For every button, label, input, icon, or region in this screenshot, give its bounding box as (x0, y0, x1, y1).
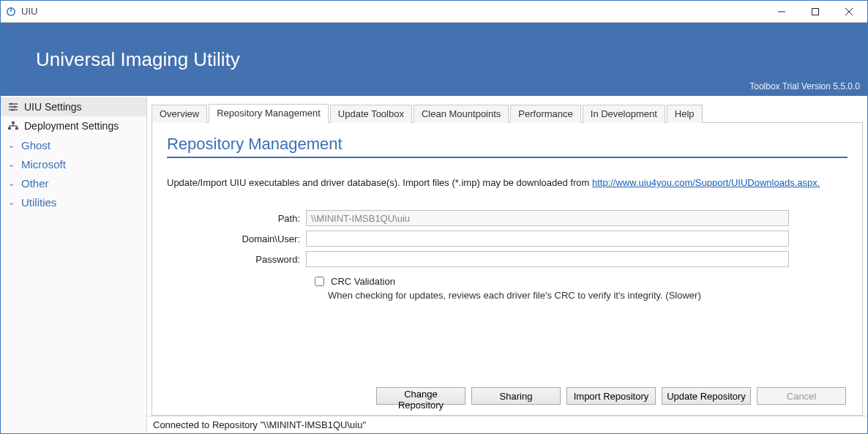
tab-strip: Overview Repository Management Update To… (147, 102, 867, 122)
svg-point-11 (11, 108, 13, 111)
deployment-icon (8, 121, 18, 130)
sidebar-group-microsoft[interactable]: ⌄ Microsoft (1, 154, 146, 173)
crc-checkbox-label[interactable]: CRC Validation (312, 274, 395, 288)
sidebar-item-label: Deployment Settings (24, 120, 119, 132)
password-field[interactable] (306, 251, 789, 267)
user-label: Domain\User: (167, 233, 306, 244)
path-label: Path: (167, 213, 306, 224)
sidebar-item-label: UIU Settings (24, 101, 82, 113)
window-title: UIU (21, 6, 37, 17)
sidebar-group-label: Other (21, 177, 49, 190)
button-row: Change Repository Sharing Import Reposit… (167, 375, 848, 405)
password-label: Password: (167, 254, 306, 265)
body: UIU Settings Deployment Settings ⌄ Ghost… (1, 96, 867, 433)
row-crc: CRC Validation (312, 274, 848, 288)
sharing-button[interactable]: Sharing (471, 387, 561, 405)
svg-rect-18 (15, 127, 18, 130)
row-path: Path: (167, 210, 848, 226)
tab-label: Clean Mountpoints (422, 108, 501, 119)
chevron-down-icon: ⌄ (8, 141, 15, 150)
update-repository-button[interactable]: Update Repository (662, 387, 751, 405)
svg-rect-3 (812, 8, 819, 15)
tab-update-toolbox[interactable]: Update Toolbox (330, 105, 412, 123)
tab-label: Repository Management (217, 108, 321, 119)
chevron-down-icon: ⌄ (8, 198, 15, 207)
path-field[interactable] (306, 210, 789, 226)
tab-overview[interactable]: Overview (151, 105, 207, 123)
tab-label: Performance (518, 108, 572, 119)
sidebar-item-uiu-settings[interactable]: UIU Settings (1, 97, 146, 116)
cancel-button: Cancel (757, 387, 846, 405)
tab-label: Help (675, 108, 695, 119)
row-password: Password: (167, 251, 848, 267)
chevron-down-icon: ⌄ (8, 160, 15, 169)
settings-icon (8, 102, 18, 111)
import-repository-button[interactable]: Import Repository (566, 387, 656, 405)
app-window: UIU Universal Imaging Utility Toolbox Tr… (0, 0, 868, 434)
row-user: Domain\User: (167, 231, 848, 247)
app-icon (5, 6, 17, 18)
svg-point-7 (10, 102, 12, 105)
svg-rect-17 (8, 127, 11, 130)
content: Overview Repository Management Update To… (147, 96, 867, 433)
tab-label: Overview (160, 108, 199, 119)
header-banner: Universal Imaging Utility Toolbox Trial … (1, 23, 867, 96)
minimize-button[interactable] (765, 1, 798, 22)
tab-label: In Development (591, 108, 657, 119)
intro-pre: Update/Import UIU executables and driver… (167, 177, 592, 188)
sidebar-group-label: Ghost (21, 139, 50, 151)
sidebar-group-ghost[interactable]: ⌄ Ghost (1, 135, 146, 154)
change-repository-button[interactable]: Change Repository (376, 387, 465, 405)
intro-text: Update/Import UIU executables and driver… (167, 177, 848, 188)
crc-description: When checking for updates, reviews each … (328, 290, 848, 301)
tab-clean-mountpoints[interactable]: Clean Mountpoints (414, 105, 509, 123)
tab-label: Update Toolbox (338, 108, 404, 119)
user-field[interactable] (306, 231, 789, 247)
tab-repository-management[interactable]: Repository Management (209, 104, 329, 123)
status-text: Connected to Repository "\\MININT-IMSB1Q… (153, 419, 366, 430)
page-title: Repository Management (167, 135, 848, 158)
svg-point-9 (13, 105, 15, 108)
sidebar-group-label: Utilities (21, 196, 56, 209)
version-label: Toolbox Trial Version 5.5.0.0 (749, 81, 860, 91)
sidebar-group-utilities[interactable]: ⌄ Utilities (1, 192, 146, 212)
sidebar: UIU Settings Deployment Settings ⌄ Ghost… (1, 96, 147, 433)
tab-panel: Repository Management Update/Import UIU … (151, 122, 863, 416)
close-button[interactable] (832, 1, 866, 22)
crc-label-text: CRC Validation (331, 276, 395, 287)
app-title: Universal Imaging Utility (1, 48, 867, 71)
intro-link[interactable]: http://www.uiu4you.com/Support/UIUDownlo… (592, 177, 820, 188)
tab-performance[interactable]: Performance (510, 105, 580, 123)
tab-help[interactable]: Help (667, 105, 703, 123)
sidebar-item-deployment-settings[interactable]: Deployment Settings (1, 116, 146, 135)
crc-checkbox[interactable] (315, 277, 324, 286)
title-bar: UIU (1, 1, 867, 23)
sidebar-group-label: Microsoft (21, 158, 66, 171)
status-bar: Connected to Repository "\\MININT-IMSB1Q… (147, 416, 867, 433)
tab-in-development[interactable]: In Development (583, 105, 665, 123)
chevron-down-icon: ⌄ (8, 179, 15, 188)
maximize-button[interactable] (798, 1, 832, 22)
svg-rect-12 (12, 121, 15, 124)
sidebar-group-other[interactable]: ⌄ Other (1, 173, 146, 192)
